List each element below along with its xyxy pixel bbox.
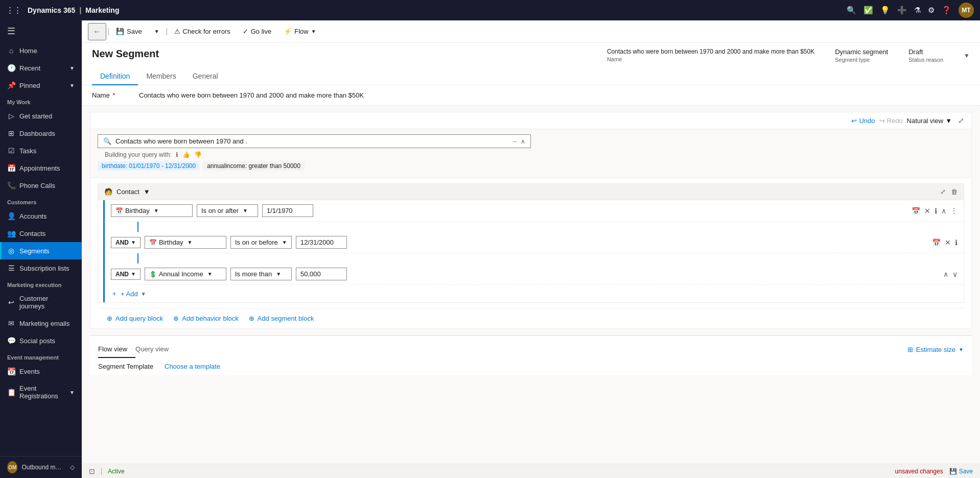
expand-icon[interactable]: ⤢ xyxy=(958,116,964,125)
value-field-2[interactable]: 12/31/2000 xyxy=(296,236,347,249)
qb-search-text: Contacts who were born between 1970 and … xyxy=(115,137,247,145)
value-field-1[interactable]: 1/1/1970 xyxy=(262,204,313,217)
undo-button[interactable]: ↩ Undo xyxy=(851,117,875,125)
tab-general[interactable]: General xyxy=(184,68,226,85)
sidebar-item-social-posts[interactable]: 💬 Social posts xyxy=(0,332,82,349)
contact-block-header: 🧑 Contact ▼ ⤢ 🗑 xyxy=(98,184,964,200)
search-icon[interactable]: 🔍 xyxy=(847,6,856,15)
share-icon[interactable]: ⤢ xyxy=(940,188,946,196)
go-live-button[interactable]: ✓ Go live xyxy=(238,25,276,38)
view-select[interactable]: Natural view ▼ xyxy=(907,117,952,125)
thumbs-up-icon[interactable]: 👍 xyxy=(182,151,190,158)
choose-template-link[interactable]: Choose a template xyxy=(165,363,220,370)
flow-button[interactable]: ⚡ Flow ▼ xyxy=(278,25,321,38)
sidebar-item-get-started[interactable]: ▷ Get started xyxy=(0,107,82,125)
check-errors-button[interactable]: ⚠ Check for errors xyxy=(169,25,236,38)
more-icon[interactable]: ⋮ xyxy=(950,207,958,215)
sidebar-item-dashboards[interactable]: ⊞ Dashboards xyxy=(0,125,82,142)
and-label-2[interactable]: and ▼ xyxy=(111,237,141,248)
info-icon[interactable]: ℹ xyxy=(935,207,937,215)
sidebar-item-pinned[interactable]: 📌 Pinned ▼ xyxy=(0,77,82,94)
redo-button[interactable]: ↪ Redo xyxy=(879,117,903,125)
value-field-3[interactable]: 50,000 xyxy=(296,268,347,280)
sidebar-item-events[interactable]: 📆 Events xyxy=(0,363,82,380)
thumbs-down-icon[interactable]: 👎 xyxy=(194,151,202,158)
birthday-field-dropdown-1[interactable]: 📅 Birthday ▼ xyxy=(111,204,193,217)
tab-definition[interactable]: Definition xyxy=(92,68,138,85)
sidebar-item-segments[interactable]: ◎ Segments xyxy=(0,242,82,259)
add-icon[interactable]: ➕ xyxy=(897,6,907,15)
sidebar-item-event-registrations[interactable]: 📋 Event Registrations ▼ xyxy=(0,380,82,404)
save-button[interactable]: 💾 Save xyxy=(111,25,147,38)
info-icon: ℹ xyxy=(176,151,178,158)
and-label-3[interactable]: and ▼ xyxy=(111,269,141,280)
settings-icon[interactable]: ⚙ xyxy=(928,6,935,15)
save-icon: 💾 xyxy=(949,468,957,475)
filter-icon[interactable]: ⚗ xyxy=(914,6,921,15)
income-field-dropdown[interactable]: 💲 Annual Income ▼ xyxy=(145,268,226,280)
save-dropdown-button[interactable]: ▼ xyxy=(149,26,165,37)
add-behavior-block-button[interactable]: ⊕ Add behavior block xyxy=(173,315,239,322)
name-field-value[interactable]: Contacts who were born between 1970 and … xyxy=(139,91,364,99)
event-mgmt-section: Event management xyxy=(0,349,82,363)
expand-icon[interactable]: ⊡ xyxy=(89,467,95,475)
calendar-picker-icon[interactable]: 📅 xyxy=(912,207,920,215)
sidebar-item-appointments[interactable]: 📅 Appointments xyxy=(0,159,82,177)
condition-row-1: 📅 Birthday ▼ Is on or after ▼ 1/1/1970 📅 xyxy=(105,200,964,222)
tab-query-view[interactable]: Query view xyxy=(135,341,177,358)
move-up-icon[interactable]: ∧ xyxy=(941,207,946,215)
sidebar-item-phone-calls[interactable]: 📞 Phone Calls xyxy=(0,177,82,194)
lightbulb-icon[interactable]: 💡 xyxy=(880,6,890,15)
hamburger-menu-icon[interactable]: ⋮⋮ xyxy=(6,6,21,15)
tab-members[interactable]: Members xyxy=(138,68,184,85)
sidebar-item-tasks[interactable]: ☑ Tasks xyxy=(0,142,82,159)
page-header-meta: Contacts who were born between 1970 and … xyxy=(607,48,970,63)
estimate-size-button[interactable]: ⊞ Estimate size ▼ xyxy=(907,346,964,353)
save-status-button[interactable]: 💾 Save xyxy=(949,468,973,475)
sort-down-icon[interactable]: ∨ xyxy=(952,270,958,278)
add-segment-block-button[interactable]: ⊕ Add segment block xyxy=(249,315,314,322)
behavior-block-icon: ⊕ xyxy=(173,315,179,322)
sidebar-item-accounts[interactable]: 👤 Accounts xyxy=(0,207,82,225)
sidebar-item-recent[interactable]: 🕐 Recent ▼ xyxy=(0,59,82,77)
operator-dropdown-2[interactable]: Is on or before ▼ xyxy=(230,236,292,249)
contact-chevron-icon[interactable]: ▼ xyxy=(144,188,150,196)
meta-name-value: Contacts who were born between 1970 and … xyxy=(607,48,814,55)
chip-income[interactable]: annualincome: greater than 50000 xyxy=(203,161,305,171)
operator-dropdown-1[interactable]: Is on or after ▼ xyxy=(197,204,258,217)
birthday-field-dropdown-2[interactable]: 📅 Birthday ▼ xyxy=(145,236,226,249)
sidebar-item-marketing-emails[interactable]: ✉ Marketing emails xyxy=(0,315,82,332)
sidebar-menu-button[interactable]: ☰ xyxy=(0,20,82,42)
active-status: Active xyxy=(108,468,125,475)
tab-flow-view[interactable]: Flow view xyxy=(98,341,135,358)
dashboard-icon: ⊞ xyxy=(7,129,15,137)
recent-icon: 🕐 xyxy=(7,64,15,72)
arrow-right-icon[interactable]: → xyxy=(511,138,518,145)
back-button[interactable]: ← xyxy=(88,23,106,40)
calendar-picker-icon-2[interactable]: 📅 xyxy=(932,238,941,247)
sort-up-icon[interactable]: ∧ xyxy=(943,270,948,278)
delete-icon[interactable]: 🗑 xyxy=(951,188,958,196)
header-collapse-icon[interactable]: ▼ xyxy=(964,52,970,59)
help-icon[interactable]: ❓ xyxy=(942,6,951,15)
chip-birthdate[interactable]: birthdate: 01/01/1970 - 12/31/2000 xyxy=(98,161,200,171)
sidebar-item-subscription-lists[interactable]: ☰ Subscription lists xyxy=(0,259,82,277)
chevron-up-icon[interactable]: ∧ xyxy=(521,138,525,145)
check-icon[interactable]: ✅ xyxy=(864,6,873,15)
sidebar-item-label: Social posts xyxy=(19,337,55,345)
sidebar-item-home[interactable]: ⌂ Home xyxy=(0,42,82,59)
sidebar-item-label: Pinned xyxy=(19,82,40,89)
sidebar-item-outbound[interactable]: OM Outbound marke... ◇ xyxy=(0,456,82,478)
info-icon-2[interactable]: ℹ xyxy=(955,238,958,247)
clear-icon[interactable]: ✕ xyxy=(924,207,930,215)
sidebar-item-customer-journeys[interactable]: ↩ Customer journeys xyxy=(0,290,82,315)
customers-section: Customers xyxy=(0,194,82,207)
segment-template-label: Segment Template xyxy=(98,363,159,370)
meta-name: Contacts who were born between 1970 and … xyxy=(607,48,814,62)
sidebar-item-contacts[interactable]: 👥 Contacts xyxy=(0,225,82,242)
clear-icon-2[interactable]: ✕ xyxy=(945,238,951,247)
add-query-block-button[interactable]: ⊕ Add query block xyxy=(107,315,163,322)
user-avatar[interactable]: MT xyxy=(959,3,974,18)
operator-dropdown-3[interactable]: Is more than ▼ xyxy=(230,268,292,280)
add-row[interactable]: ＋ + Add ▼ xyxy=(105,285,964,302)
